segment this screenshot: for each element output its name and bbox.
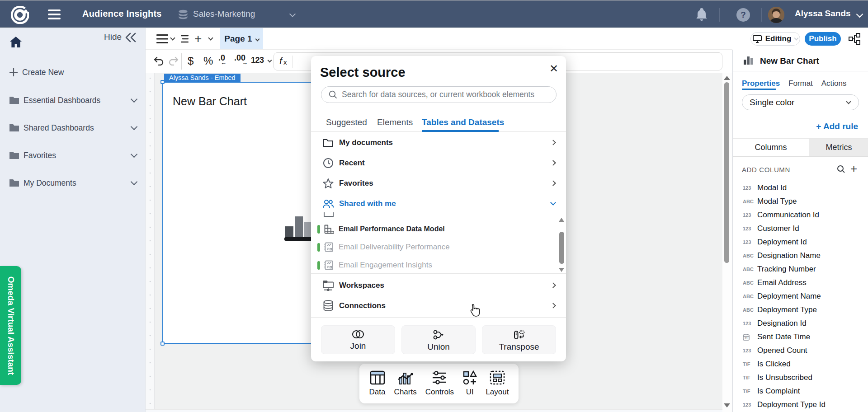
svg-text:31: 31 <box>745 337 748 340</box>
